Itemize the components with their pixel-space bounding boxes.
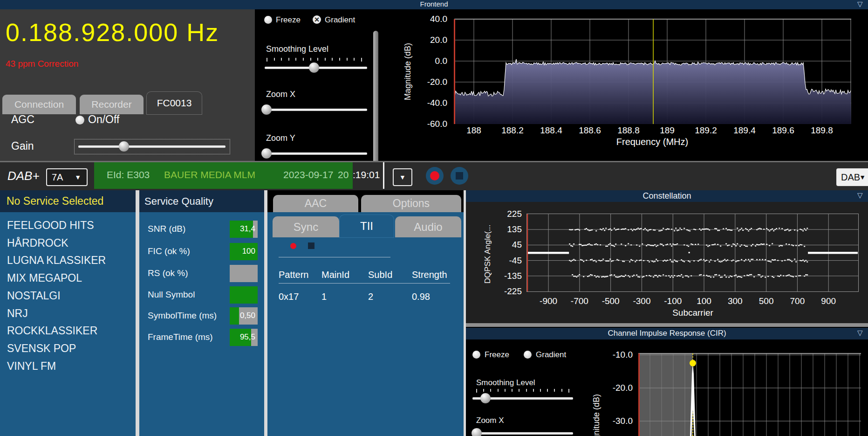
service-list-item[interactable]: NRJ bbox=[7, 307, 28, 320]
channel-select-value: 7A bbox=[52, 172, 63, 183]
constellation-y-tick: -225 bbox=[494, 286, 522, 297]
cir-zoomx-track[interactable] bbox=[472, 432, 573, 435]
tii-divider bbox=[279, 257, 390, 257]
output-mode-dropdown[interactable]: DAB ▼ bbox=[836, 168, 868, 186]
service-list-item[interactable]: HÅRDROCK bbox=[7, 237, 68, 249]
gain-label: Gain bbox=[11, 140, 34, 152]
record-options-dropdown[interactable]: ▼ bbox=[393, 168, 412, 186]
ensemble-time-on-green: 20 bbox=[338, 169, 349, 180]
panel-splitter-strip[interactable] bbox=[466, 323, 868, 327]
decoder-tab-audio[interactable]: Audio bbox=[395, 216, 461, 237]
spectrum-freeze-radio[interactable] bbox=[264, 16, 272, 24]
spectrum-zoomx-track[interactable] bbox=[265, 109, 367, 111]
decoder-tab-sync[interactable]: Sync bbox=[273, 216, 339, 237]
tii-col-header: Pattern bbox=[279, 270, 308, 280]
cir-smoothing-thumb[interactable] bbox=[480, 393, 491, 403]
constellation-panel: Constellation ▽ DQPSK Angle(... 22513545… bbox=[466, 190, 868, 323]
constellation-titlebar[interactable]: Constellation ▽ bbox=[466, 190, 868, 202]
tuner-tab-connection[interactable]: Connection bbox=[2, 95, 76, 114]
statusbar-separator bbox=[383, 162, 384, 189]
spectrum-zoomx-thumb[interactable] bbox=[261, 104, 272, 115]
cir-zoomx-slider[interactable] bbox=[472, 428, 573, 436]
tii-col-header: Strength bbox=[412, 270, 447, 280]
tuner-tab-recorder[interactable]: Recorder bbox=[80, 95, 144, 114]
collapse-frontend-icon[interactable]: ▽ bbox=[857, 0, 863, 8]
cir-smoothing-ruler bbox=[476, 389, 569, 393]
constellation-plot[interactable] bbox=[526, 214, 859, 292]
decoder-tab-options[interactable]: Options bbox=[361, 195, 461, 212]
spectrum-y-tick: 20.0 bbox=[410, 35, 447, 45]
tii-table-cell: 0.98 bbox=[412, 291, 430, 302]
chevron-down-icon: ▼ bbox=[859, 173, 866, 181]
spectrum-smoothing-slider[interactable] bbox=[265, 62, 367, 73]
service-list-item[interactable]: SVENSK POP bbox=[7, 342, 76, 355]
frontend-window-titlebar[interactable]: Frontend ▽ bbox=[0, 0, 868, 9]
quality-value-bar: 31,4 bbox=[230, 221, 258, 238]
stop-button[interactable] bbox=[451, 167, 468, 185]
spectrum-y-tick: -20.0 bbox=[410, 77, 447, 87]
quality-value-bar: 0,50 bbox=[230, 307, 258, 325]
quality-value-bar: 100 bbox=[230, 243, 258, 260]
ensemble-info-box: EId: E303 BAUER MEDIA MLM 2023-09-17 20 bbox=[94, 162, 353, 189]
cir-freeze-radio[interactable] bbox=[472, 351, 480, 359]
cir-smoothing-slider[interactable] bbox=[472, 393, 573, 403]
qirx-dab-application: Frontend ▽ 0.188.928.000 Hz 43 ppm Corre… bbox=[0, 0, 868, 436]
panel-separator[interactable] bbox=[136, 190, 139, 436]
quality-header-bar: Service Quality bbox=[139, 190, 264, 212]
collapse-constellation-icon[interactable]: ▽ bbox=[857, 191, 863, 200]
spectrum-zoomx-label: Zoom X bbox=[266, 90, 295, 99]
service-list-item[interactable]: ROCKKLASSIKER bbox=[7, 325, 97, 337]
collapse-cir-icon[interactable]: ▽ bbox=[857, 329, 863, 337]
tii-header-underline bbox=[279, 283, 450, 284]
spectrum-y-tick: 40.0 bbox=[410, 14, 447, 24]
cir-gradient-radio[interactable] bbox=[524, 351, 532, 359]
spectrum-zoomy-track[interactable] bbox=[265, 152, 367, 155]
gain-slider-thumb[interactable] bbox=[119, 141, 129, 152]
panel-separator[interactable] bbox=[264, 190, 267, 436]
channel-select-dropdown[interactable]: 7A ▼ bbox=[46, 168, 88, 186]
spectrum-plot[interactable] bbox=[454, 16, 851, 124]
gain-slider-track[interactable] bbox=[78, 145, 226, 148]
constellation-y-tick: 135 bbox=[494, 224, 522, 235]
cir-plot[interactable] bbox=[638, 353, 861, 436]
frontend-window-title: Frontend bbox=[0, 0, 868, 8]
spectrum-x-tick: 188 bbox=[455, 125, 492, 136]
constellation-title: Constellation bbox=[466, 191, 868, 201]
spectrum-x-tick: 189 bbox=[649, 125, 686, 136]
spectrum-x-tick: 189.6 bbox=[765, 125, 802, 136]
tuner-tab-fc0013[interactable]: FC0013 bbox=[147, 92, 202, 114]
spectrum-smoothing-thumb[interactable] bbox=[309, 62, 319, 73]
decoder-tab-aac[interactable]: AAC bbox=[273, 195, 358, 212]
record-button[interactable] bbox=[426, 167, 444, 185]
spectrum-smoothing-label: Smoothing Level bbox=[266, 44, 328, 54]
tii-record-indicator[interactable] bbox=[290, 243, 296, 249]
spectrum-panel-scrollbar[interactable] bbox=[373, 31, 378, 173]
cir-gradient-label: Gradient bbox=[536, 350, 566, 360]
dab-mode-label: DAB+ bbox=[7, 169, 40, 183]
chevron-down-icon: ▼ bbox=[75, 173, 81, 181]
quality-row-label: FIC (ok %) bbox=[148, 246, 190, 256]
decoder-tab-tii[interactable]: TII bbox=[340, 215, 394, 237]
quality-value-text: 31,4 bbox=[240, 224, 255, 234]
tii-stop-indicator[interactable] bbox=[308, 242, 314, 249]
quality-value-bar: 95,5 bbox=[230, 329, 258, 346]
spectrum-zoomy-thumb[interactable] bbox=[261, 148, 272, 159]
gain-slider[interactable] bbox=[78, 141, 226, 152]
service-list-item[interactable]: VINYL FM bbox=[7, 360, 56, 373]
service-quality-panel: SNR (dB)31,4FIC (ok %)100RS (ok %)Null S… bbox=[139, 212, 264, 436]
service-list-item[interactable]: LUGNA KLASSIKER bbox=[7, 254, 106, 267]
spectrum-x-axis-title: Frequency (MHz) bbox=[601, 137, 704, 147]
service-list-item[interactable]: NOSTALGI bbox=[7, 290, 61, 302]
spectrum-gradient-checkbox-icon[interactable]: ✕ bbox=[313, 15, 321, 24]
constellation-y-tick: 225 bbox=[494, 209, 522, 219]
cir-titlebar[interactable]: Channel Impulse Response (CIR) ▽ bbox=[466, 328, 868, 339]
service-list-item[interactable]: MIX MEGAPOL bbox=[7, 272, 82, 284]
spectrum-zoomx-slider[interactable] bbox=[265, 104, 367, 115]
service-list-item[interactable]: FEELGOOD HITS bbox=[7, 219, 94, 232]
decoder-panel bbox=[267, 212, 464, 436]
agc-onoff-label: On/Off bbox=[88, 113, 119, 126]
agc-onoff-radio[interactable] bbox=[75, 116, 84, 125]
agc-label: AGC bbox=[11, 113, 34, 126]
spectrum-zoomy-slider[interactable] bbox=[265, 148, 367, 159]
cir-zoomx-thumb[interactable] bbox=[472, 428, 482, 436]
